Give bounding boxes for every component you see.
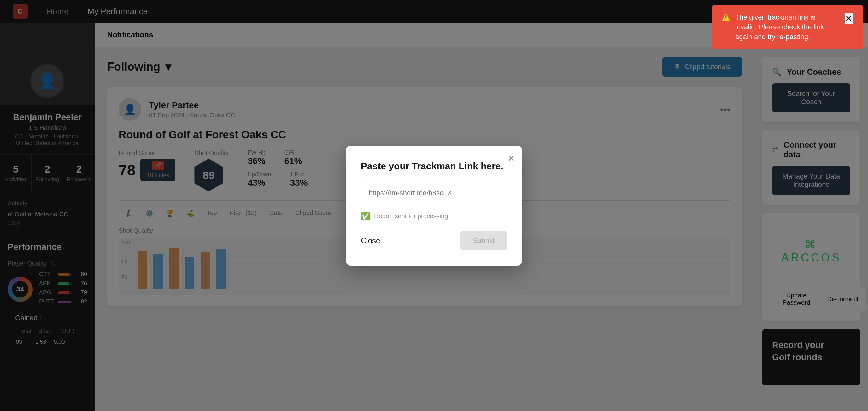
modal-actions: Close Submit: [361, 231, 507, 250]
modal-success-message: ✅ Report sent for processing: [361, 212, 507, 221]
warning-icon: ⚠️: [722, 12, 730, 22]
modal-close-button[interactable]: Close: [361, 236, 380, 245]
error-message: The given trackman link is invalid. Plea…: [735, 12, 834, 42]
modal-overlay[interactable]: Paste your Trackman Link here. ✕ ✅ Repor…: [0, 0, 868, 411]
error-toast: ⚠️ The given trackman link is invalid. P…: [712, 5, 863, 49]
check-circle-icon: ✅: [361, 212, 370, 221]
trackman-modal: Paste your Trackman Link here. ✕ ✅ Repor…: [346, 146, 522, 265]
toast-close-button[interactable]: ✕: [844, 12, 853, 24]
trackman-link-input[interactable]: [361, 182, 507, 204]
modal-title: Paste your Trackman Link here.: [361, 161, 507, 171]
modal-submit-button[interactable]: Submit: [461, 231, 507, 250]
modal-close-icon[interactable]: ✕: [507, 153, 515, 164]
